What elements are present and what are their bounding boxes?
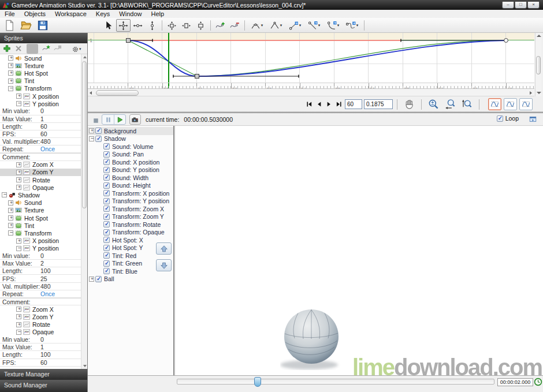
sprites-tree-row[interactable]: Max Value: 2 xyxy=(0,260,81,267)
sprites-tree-row[interactable]: Max Value: 1 xyxy=(0,344,81,351)
texture-manager-tab[interactable]: Texture Manager xyxy=(0,369,87,379)
move-layer-up-button[interactable] xyxy=(156,242,172,255)
sprites-tree-row[interactable]: Min value: 0 xyxy=(0,336,81,344)
sprites-tree-row[interactable]: Min value: 0 xyxy=(0,252,81,260)
curve-svg[interactable] xyxy=(88,33,534,83)
tree-expander[interactable] xyxy=(16,177,21,182)
tree-expander[interactable] xyxy=(16,162,21,167)
tree-expander[interactable] xyxy=(8,230,13,236)
tool-button[interactable] xyxy=(27,44,38,54)
stop-button[interactable] xyxy=(92,116,99,123)
tool-button[interactable] xyxy=(364,20,365,31)
tool-button[interactable] xyxy=(244,20,245,31)
sprites-tree-row[interactable]: FPS: 60 xyxy=(0,130,81,138)
keyframe-31[interactable] xyxy=(195,74,199,79)
layer-checkbox[interactable] xyxy=(103,245,110,251)
sprites-tree-row[interactable]: Texture xyxy=(0,62,81,69)
sprites-tree-row[interactable]: Repeat: Once xyxy=(0,145,81,153)
sprites-options-button[interactable]: ▾ xyxy=(72,44,85,54)
layer-row[interactable]: Transform: Zoom Y xyxy=(88,213,173,221)
layer-checkbox[interactable] xyxy=(103,237,110,243)
sprites-tree-row[interactable]: Length: 100 xyxy=(0,267,81,275)
remove-key-tool[interactable] xyxy=(228,19,242,32)
tree-expander[interactable] xyxy=(16,330,21,335)
sprites-tree-row[interactable]: Min value: 0 xyxy=(0,107,81,115)
handle-end-ticks[interactable] xyxy=(153,39,401,78)
layer-row[interactable]: Transform: Zoom X xyxy=(88,205,173,213)
layer-checkbox[interactable] xyxy=(103,198,110,204)
playhead-line[interactable] xyxy=(168,33,169,83)
sprites-tree-row[interactable]: Comment: xyxy=(0,298,81,305)
pan-tool-button[interactable] xyxy=(401,98,417,111)
layer-checkbox[interactable] xyxy=(95,276,102,282)
record-button[interactable] xyxy=(129,114,141,125)
sprites-tree-row[interactable]: Val. multiplier: 480 xyxy=(0,283,81,290)
loop-checkbox[interactable] xyxy=(497,115,503,122)
tangent-curve-tool[interactable] xyxy=(343,19,362,32)
scrollbar-thumb[interactable] xyxy=(536,56,541,74)
layer-row[interactable]: Ball xyxy=(88,275,173,283)
zoom-horizontal-button[interactable] xyxy=(442,98,458,111)
keyframe-40[interactable] xyxy=(504,39,508,43)
key-handle-tool[interactable] xyxy=(285,19,304,32)
tangent-corner-tool[interactable] xyxy=(266,19,285,32)
layer-row[interactable]: Bound: Width xyxy=(88,174,173,182)
move-selection-tool[interactable] xyxy=(165,19,179,32)
sprites-tree-row[interactable]: Rotate xyxy=(0,176,81,184)
sprites-tree-row[interactable]: Y position xyxy=(0,245,81,252)
sprites-tree-row[interactable]: Hot Spot xyxy=(0,214,81,222)
preview-canvas[interactable] xyxy=(176,126,543,375)
plot-horizontal-scrollbar[interactable] xyxy=(88,89,534,96)
layer-row[interactable]: Transform: Y position xyxy=(88,197,173,206)
scrollbar-thumb[interactable] xyxy=(82,61,87,208)
save-file-button[interactable] xyxy=(35,18,50,32)
chevron-down-icon[interactable] xyxy=(280,23,282,28)
minimize-button[interactable]: – xyxy=(502,2,514,9)
tree-expander[interactable] xyxy=(16,185,21,190)
go-first-frame-button[interactable] xyxy=(304,99,314,109)
scroll-left-icon[interactable] xyxy=(88,90,94,96)
layer-checkbox[interactable] xyxy=(103,214,110,220)
layer-checkbox[interactable] xyxy=(103,229,110,236)
tree-expander[interactable] xyxy=(8,63,13,68)
next-frame-button[interactable] xyxy=(324,99,334,109)
tree-expander[interactable] xyxy=(16,101,21,106)
layer-row[interactable]: Sound: Volume xyxy=(88,143,173,151)
tree-expander[interactable] xyxy=(8,215,13,221)
sprites-tree-row[interactable]: Opaque xyxy=(0,184,81,191)
pause-button[interactable] xyxy=(102,115,114,124)
menu-item[interactable]: Workspace xyxy=(50,10,91,18)
tree-expander[interactable] xyxy=(8,55,13,61)
sprites-tree-row[interactable]: Sound xyxy=(0,199,81,207)
sprites-tree-row[interactable]: Zoom Y xyxy=(0,169,81,176)
preview-window-button[interactable] xyxy=(527,114,538,124)
tool-button[interactable] xyxy=(162,20,162,31)
sprites-tree-row[interactable]: X position xyxy=(0,92,81,100)
curve-view-window-button[interactable] xyxy=(519,98,533,110)
sprites-tree-row[interactable]: Sound xyxy=(0,54,81,62)
layer-checkbox[interactable] xyxy=(103,252,110,259)
sprites-scrollbar[interactable] xyxy=(81,54,87,369)
scroll-down-icon[interactable] xyxy=(536,91,541,96)
tangent-arc-tool[interactable] xyxy=(323,19,343,32)
sprites-tree-row[interactable]: Max Value: 1 xyxy=(0,115,81,123)
select-tool[interactable] xyxy=(102,19,116,32)
sprites-tree-row[interactable]: Length: 60 xyxy=(0,123,81,130)
tree-expander[interactable] xyxy=(89,136,94,141)
layer-row[interactable]: Transform: Opaque xyxy=(88,229,173,237)
new-file-button[interactable] xyxy=(2,18,17,32)
maximize-button[interactable]: □ xyxy=(515,2,527,9)
tangent-handles[interactable] xyxy=(128,40,506,76)
menu-item[interactable]: Window xyxy=(114,10,146,18)
tree-expander[interactable] xyxy=(16,238,21,244)
tree-expander[interactable] xyxy=(2,192,7,197)
move-key-tool[interactable] xyxy=(116,19,131,32)
layer-checkbox[interactable] xyxy=(103,174,110,181)
plot-vertical-scrollbar[interactable] xyxy=(535,33,541,96)
sprites-tree-row[interactable]: Opaque xyxy=(0,328,81,336)
layer-checkbox[interactable] xyxy=(103,268,110,274)
layer-row[interactable]: Shadow xyxy=(88,135,173,143)
sprites-tree-row[interactable]: Texture xyxy=(0,207,81,214)
zoom-vertical-button[interactable] xyxy=(459,98,475,111)
tree-expander[interactable] xyxy=(16,170,21,175)
